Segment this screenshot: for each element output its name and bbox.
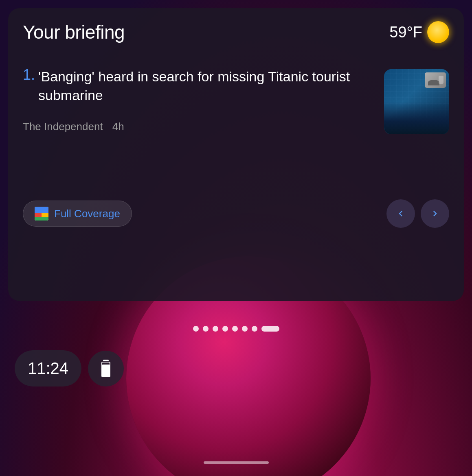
gnews-strip-top bbox=[35, 207, 48, 213]
indicator-dot-active bbox=[261, 326, 279, 332]
battery-body bbox=[101, 362, 110, 377]
bottom-bar: 11:24 bbox=[15, 350, 124, 386]
full-coverage-label: Full Coverage bbox=[54, 207, 120, 220]
news-item[interactable]: 1. 'Banging' heard in search for missing… bbox=[23, 68, 449, 134]
news-title: 'Banging' heard in search for missing Ti… bbox=[38, 68, 374, 105]
indicator-dot-2 bbox=[203, 326, 209, 332]
google-news-icon bbox=[35, 207, 48, 221]
indicator-dot-1 bbox=[193, 326, 199, 332]
battery-indicator bbox=[88, 351, 124, 386]
news-title-row: 1. 'Banging' heard in search for missing… bbox=[23, 68, 374, 116]
news-number: 1. bbox=[23, 68, 35, 82]
weather-temperature: 59°F bbox=[389, 24, 422, 41]
gnews-strip-bottom bbox=[35, 217, 48, 221]
battery-fill bbox=[102, 365, 110, 376]
news-content: 1. 'Banging' heard in search for missing… bbox=[23, 68, 374, 134]
nav-buttons bbox=[386, 199, 449, 228]
news-time: 4h bbox=[112, 120, 124, 133]
indicator-dot-7 bbox=[252, 326, 257, 332]
indicator-dot-3 bbox=[213, 326, 218, 332]
thumbnail-wreck bbox=[384, 102, 449, 134]
gnews-strip bbox=[35, 207, 48, 221]
news-source: The Independent bbox=[23, 120, 103, 133]
weather-area: 59°F bbox=[389, 21, 449, 43]
gnews-strip-mid bbox=[35, 213, 48, 216]
battery-nub bbox=[103, 360, 109, 361]
time-text: 11:24 bbox=[28, 359, 68, 377]
prev-button[interactable] bbox=[386, 199, 415, 228]
sun-icon bbox=[427, 21, 449, 43]
time-display: 11:24 bbox=[15, 350, 81, 386]
card-footer: Full Coverage bbox=[23, 199, 449, 228]
chevron-left-icon bbox=[395, 208, 406, 219]
battery-icon bbox=[101, 360, 110, 377]
page-indicators bbox=[193, 326, 279, 332]
briefing-card: Your briefing 59°F 1. 'Banging' heard in… bbox=[8, 8, 464, 301]
home-indicator[interactable] bbox=[204, 461, 269, 464]
indicator-dot-6 bbox=[242, 326, 248, 332]
card-title: Your briefing bbox=[23, 21, 125, 43]
indicator-dot-5 bbox=[232, 326, 238, 332]
chevron-right-icon bbox=[429, 208, 441, 219]
next-button[interactable] bbox=[421, 199, 449, 228]
card-header: Your briefing 59°F bbox=[23, 21, 449, 43]
news-thumbnail[interactable] bbox=[384, 69, 449, 134]
thumbnail-submarine bbox=[425, 72, 446, 88]
gnews-strip-mid-left bbox=[35, 213, 42, 216]
full-coverage-button[interactable]: Full Coverage bbox=[23, 201, 132, 227]
news-meta: The Independent 4h bbox=[23, 120, 374, 133]
gnews-strip-mid-right bbox=[42, 213, 48, 216]
indicator-dot-4 bbox=[222, 326, 228, 332]
